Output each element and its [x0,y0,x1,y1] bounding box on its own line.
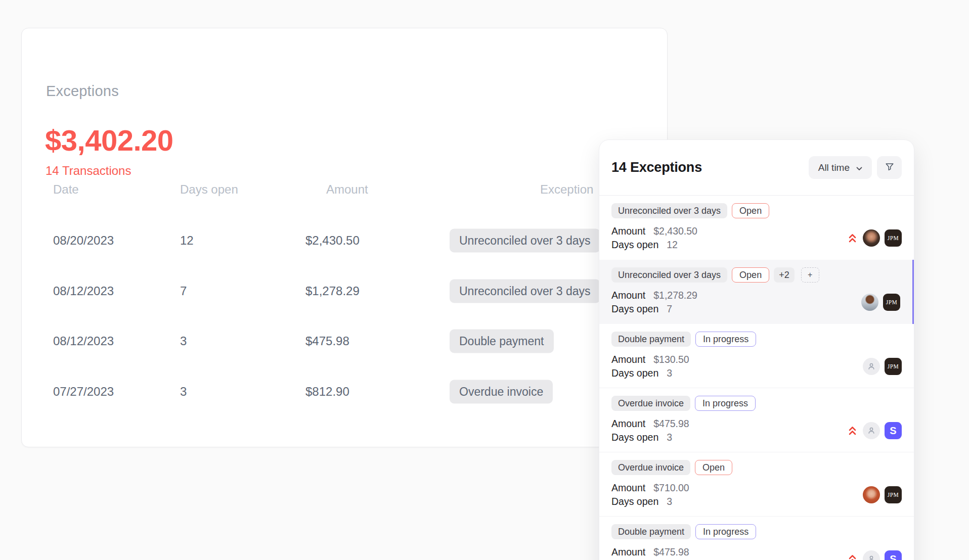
exception-card[interactable]: Double payment In progress Amount$475.98… [599,517,914,560]
exception-card[interactable]: Overdue invoice Open Amount$710.00 Days … [599,452,914,517]
exception-type-pill: Double payment [450,330,554,353]
pill-row: Unreconciled over 3 days Open [611,203,902,218]
filter-button[interactable] [877,156,902,179]
cell-date: 08/12/2023 [53,284,114,298]
panel-header: 14 Exceptions All time [599,140,914,196]
table-row[interactable]: 07/27/2023 3 $812.90 Overdue invoice [22,366,667,417]
cell-days-open: 12 [180,234,194,248]
exception-card[interactable]: Unreconciled over 3 days Open Amount$2,4… [599,196,914,260]
pill-row: Double payment In progress [611,524,902,539]
cell-date: 08/12/2023 [53,334,114,348]
bank-badge-jpm: JPM [885,486,902,503]
time-filter-dropdown[interactable]: All time [809,156,872,179]
status-badge: Open [732,203,769,218]
card-fields: Amount$1,278.29 Days open7 [611,290,697,315]
status-badge: In progress [695,524,756,539]
pill-row: Overdue invoice In progress [611,396,902,411]
stripe-badge: S [885,550,902,560]
exception-type-pill: Overdue invoice [611,460,690,475]
card-fields: Amount$475.98 Days open3 [611,418,689,443]
amount-value: $710.00 [653,482,689,494]
double-chevron-up-icon [848,553,857,560]
transactions-count: 14 Transactions [46,164,131,178]
table-row[interactable]: 08/12/2023 3 $475.98 Double payment [22,316,667,366]
amount-label: Amount [611,482,645,494]
card-icons: JPM [848,229,902,247]
cell-amount: $2,430.50 [305,234,360,248]
time-filter-label: All time [818,162,850,173]
card-title: Exceptions [46,83,119,100]
assignee-avatar [863,486,880,503]
card-fields: Amount$475.98 Days open3 [611,546,689,560]
exception-type-pill: Double payment [611,332,691,347]
status-badge: In progress [695,396,756,411]
exception-type-pill: Unreconciled over 3 days [611,267,727,283]
cell-days-open: 3 [180,385,187,399]
column-header-days-open: Days open [180,182,238,197]
days-open-value: 3 [667,496,672,507]
days-open-value: 12 [667,239,678,251]
card-fields: Amount$2,430.50 Days open12 [611,225,697,251]
card-icons: S [848,422,902,439]
table-row[interactable]: 08/20/2023 12 $2,430.50 Unreconciled ove… [22,215,667,266]
double-chevron-up-icon [848,232,857,244]
unassigned-avatar [863,550,880,560]
exceptions-detail-panel: 14 Exceptions All time Unreconciled ove [599,139,914,560]
amount-value: $475.98 [653,418,689,430]
column-header-amount: Amount [326,182,368,197]
assignee-avatar [861,294,878,311]
amount-label: Amount [611,354,645,365]
extra-tags-count-pill[interactable]: +2 [774,267,795,283]
amount-value: $130.50 [653,354,689,365]
cell-days-open: 7 [180,284,187,298]
double-chevron-up-icon [848,425,857,436]
days-open-value: 3 [667,432,672,443]
cell-amount: $1,278.29 [305,284,360,298]
assignee-avatar [863,229,880,247]
exception-card-selected[interactable]: Unreconciled over 3 days Open +2 + Amoun… [599,260,914,324]
exception-type-pill: Double payment [611,524,691,539]
days-open-label: Days open [611,496,658,507]
person-icon [867,554,876,560]
amount-value: $475.98 [653,546,689,558]
amount-value: $1,278.29 [653,290,697,301]
card-fields: Amount$130.50 Days open3 [611,354,689,379]
person-icon [867,426,876,435]
exception-type-pill: Overdue invoice [450,380,553,404]
exception-type-pill: Unreconciled over 3 days [450,279,600,303]
amount-label: Amount [611,290,645,301]
exceptions-summary-card: Exceptions $3,402.20 14 Transactions Dat… [21,28,668,447]
card-icons: JPM [861,294,900,311]
funnel-icon [885,162,895,173]
status-badge: In progress [695,332,756,347]
column-header-date: Date [53,182,79,197]
exception-type-pill: Unreconciled over 3 days [450,229,600,253]
unassigned-avatar [863,358,880,375]
card-icons: S [848,550,902,560]
exception-card[interactable]: Double payment In progress Amount$130.50… [599,324,914,388]
dashboard-stage: Exceptions $3,402.20 14 Transactions Dat… [0,0,969,560]
exception-card[interactable]: Overdue invoice In progress Amount$475.9… [599,388,914,452]
days-open-value: 7 [667,303,672,315]
exception-type-pill: Unreconciled over 3 days [611,203,727,218]
cell-days-open: 3 [180,334,187,348]
table-header: Date Days open Amount Exception [22,178,667,201]
column-header-exception: Exception [540,182,593,197]
amount-label: Amount [611,225,645,237]
cell-date: 07/27/2023 [53,385,114,399]
cell-amount: $812.90 [305,385,349,399]
total-exceptions-amount: $3,402.20 [45,123,173,157]
table-row[interactable]: 08/12/2023 7 $1,278.29 Unreconciled over… [22,266,667,316]
status-badge: Open [732,267,769,283]
days-open-value: 3 [667,367,672,379]
days-open-label: Days open [611,303,658,315]
cell-date: 08/20/2023 [53,234,114,248]
bank-badge-jpm: JPM [885,229,902,247]
card-icons: JPM [863,358,902,375]
cell-amount: $475.98 [305,334,349,348]
panel-header-actions: All time [809,156,902,179]
pill-row: Double payment In progress [611,332,902,347]
add-tag-button[interactable]: + [801,267,819,283]
panel-title: 14 Exceptions [611,160,702,175]
days-open-label: Days open [611,367,658,379]
